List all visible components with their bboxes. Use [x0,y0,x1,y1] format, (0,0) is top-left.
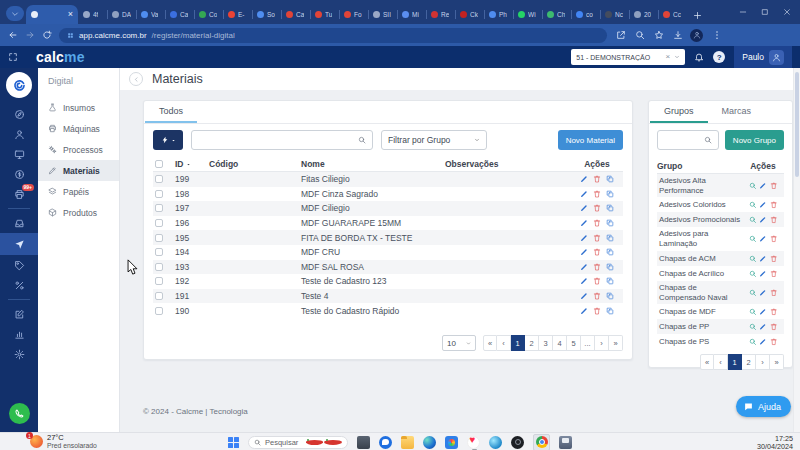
edit-button[interactable] [759,255,767,263]
browser-tab[interactable]: Fo [339,5,368,24]
delete-button[interactable] [770,201,778,209]
view-button[interactable] [749,182,757,190]
browser-tab[interactable]: Va [136,5,165,24]
tab-todos[interactable]: Todos [145,101,197,123]
browser-tab[interactable]: Ca [165,5,194,24]
duplicate-button[interactable] [606,175,614,183]
taskbar-icon-folder-dark[interactable] [357,436,370,449]
groups-search-input[interactable] [664,134,700,146]
duplicate-button[interactable] [606,248,614,256]
maximize-button[interactable] [754,0,776,24]
taskbar-search[interactable]: Pesquisar [248,436,348,449]
back-nav-button[interactable] [8,30,18,40]
new-tab-button[interactable] [693,11,702,20]
new-material-button[interactable]: Novo Material [558,130,623,150]
row-checkbox[interactable] [155,234,163,242]
materials-search[interactable] [191,130,373,150]
page-button[interactable]: ‹ [714,354,728,370]
close-button[interactable] [776,0,798,24]
row-checkbox[interactable] [155,190,163,198]
edit-button[interactable] [580,263,588,271]
rail-item-clients[interactable] [0,124,38,144]
taskbar-icon-photos[interactable] [445,436,458,449]
browser-tab[interactable]: Ph [484,5,513,24]
view-button[interactable] [749,255,757,263]
edit-button[interactable] [580,248,588,256]
duplicate-button[interactable] [606,219,614,227]
delete-button[interactable] [770,308,778,316]
rail-item-devices[interactable] [0,144,38,164]
browser-profile-button[interactable] [690,29,703,42]
delete-button[interactable] [593,307,601,315]
delete-button[interactable] [770,338,778,346]
browser-tab[interactable]: Ck [455,5,484,24]
view-button[interactable] [749,270,757,278]
edit-button[interactable] [759,289,767,297]
delete-button[interactable] [593,263,601,271]
page-button[interactable]: › [595,335,609,351]
browser-menu-button[interactable] [712,30,722,40]
duplicate-button[interactable] [606,277,614,285]
delete-button[interactable] [593,204,601,212]
page-button[interactable]: 1 [728,354,742,370]
clear-icon[interactable]: × [666,53,671,61]
edit-button[interactable] [759,270,767,278]
delete-button[interactable] [593,219,601,227]
help-icon-button[interactable]: ? [713,51,725,63]
browser-tab[interactable]: Cc [658,5,687,24]
browser-tab[interactable]: SII [368,5,397,24]
forward-nav-button[interactable] [25,30,35,40]
rail-item-finance[interactable] [0,164,38,184]
tab-marcas[interactable]: Marcas [708,101,766,123]
sidebar-item-máquinas[interactable]: Máquinas [38,118,119,139]
page-button[interactable]: « [700,354,714,370]
browser-tab[interactable]: 4f [78,5,107,24]
downloads-button[interactable] [673,30,683,40]
taskbar-icon-camera[interactable] [511,436,524,449]
page-button[interactable]: 2 [742,354,756,370]
groups-search[interactable] [657,130,719,150]
rail-item-dashboard[interactable] [0,104,38,124]
edit-button[interactable] [580,204,588,212]
taskbar-icon-calculator[interactable] [559,436,572,449]
browser-tab[interactable]: So [252,5,281,24]
row-checkbox[interactable] [155,248,163,256]
share-button[interactable] [616,30,626,40]
page-button[interactable]: ‹ [497,335,511,351]
edit-button[interactable] [759,182,767,190]
view-button[interactable] [749,289,757,297]
browser-tab[interactable]: Re [426,5,455,24]
company-select[interactable]: 51 - DEMONSTRAÇÃO × [571,49,685,65]
page-button[interactable]: › [756,354,770,370]
duplicate-button[interactable] [606,204,614,212]
view-button[interactable] [749,323,757,331]
delete-button[interactable] [593,277,601,285]
page-button[interactable]: 2 [525,335,539,351]
user-menu[interactable]: Paulo [734,46,792,68]
delete-button[interactable] [770,235,778,243]
delete-button[interactable] [770,323,778,331]
weather-widget[interactable]: 1 27°C Pred ensolarado [30,434,97,450]
browser-tab[interactable]: DA [107,5,136,24]
row-checkbox[interactable] [155,219,163,227]
browser-tab[interactable]: Wi [513,5,542,24]
delete-button[interactable] [770,255,778,263]
help-button[interactable]: Ajuda [736,396,791,417]
browser-tab[interactable]: Mi [397,5,426,24]
duplicate-button[interactable] [606,234,614,242]
whatsapp-button[interactable] [9,403,30,424]
scrollbar-thumb[interactable] [795,72,799,177]
row-checkbox[interactable] [155,277,163,285]
tab-close-icon[interactable]: × [68,10,73,19]
taskbar-icon-explorer[interactable] [401,436,414,449]
delete-button[interactable] [593,190,601,198]
delete-button[interactable] [593,175,601,183]
sidebar-item-papéis[interactable]: Papéis [38,181,119,202]
group-filter-select[interactable]: Filtrar por Grupo [381,130,487,150]
edit-button[interactable] [580,234,588,242]
delete-button[interactable] [593,248,601,256]
sidebar-item-insumos[interactable]: Insumos [38,97,119,118]
edit-button[interactable] [759,216,767,224]
row-checkbox[interactable] [155,307,163,315]
row-checkbox[interactable] [155,263,163,271]
